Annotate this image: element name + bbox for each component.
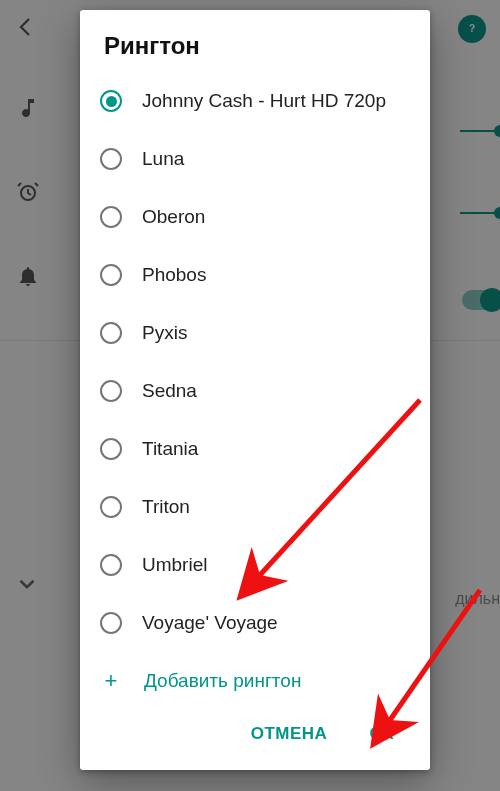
radio-icon[interactable] [100,264,122,286]
radio-icon[interactable] [100,612,122,634]
ringtone-option[interactable]: Johnny Cash - Hurt HD 720p [100,72,430,130]
add-ringtone-button[interactable]: +Добавить рингтон [100,652,430,702]
plus-icon: + [100,668,122,694]
radio-icon[interactable] [100,438,122,460]
ringtone-option-label: Pyxis [142,321,187,345]
ringtone-option[interactable]: Sedna [100,362,430,420]
radio-icon[interactable] [100,322,122,344]
ringtone-option[interactable]: Umbriel [100,536,430,594]
cancel-button[interactable]: ОТМЕНА [245,716,334,752]
ringtone-option-label: Voyage' Voyage [142,611,278,635]
ringtone-option[interactable]: Oberon [100,188,430,246]
ringtone-option[interactable]: Voyage' Voyage [100,594,430,652]
ringtone-option[interactable]: Pyxis [100,304,430,362]
ringtone-option[interactable]: Luna [100,130,430,188]
radio-icon[interactable] [100,380,122,402]
ringtone-dialog: Рингтон Johnny Cash - Hurt HD 720pLunaOb… [80,10,430,770]
ringtone-option-label: Umbriel [142,553,207,577]
ringtone-list[interactable]: Johnny Cash - Hurt HD 720pLunaOberonPhob… [80,72,430,702]
ringtone-option-label: Luna [142,147,184,171]
radio-icon[interactable] [100,206,122,228]
ringtone-option-label: Triton [142,495,190,519]
ok-button[interactable]: ОК [363,716,400,752]
ringtone-option[interactable]: Triton [100,478,430,536]
ringtone-option[interactable]: Titania [100,420,430,478]
ringtone-option-label: Phobos [142,263,206,287]
ringtone-option-label: Sedna [142,379,197,403]
dialog-actions: ОТМЕНА ОК [80,702,430,770]
add-ringtone-label: Добавить рингтон [144,670,301,692]
ringtone-option[interactable]: Phobos [100,246,430,304]
ringtone-option-label: Johnny Cash - Hurt HD 720p [142,89,386,113]
ringtone-option-label: Oberon [142,205,205,229]
ringtone-option-label: Titania [142,437,198,461]
radio-icon[interactable] [100,496,122,518]
dialog-title: Рингтон [80,10,430,72]
radio-icon[interactable] [100,90,122,112]
radio-icon[interactable] [100,554,122,576]
radio-icon[interactable] [100,148,122,170]
